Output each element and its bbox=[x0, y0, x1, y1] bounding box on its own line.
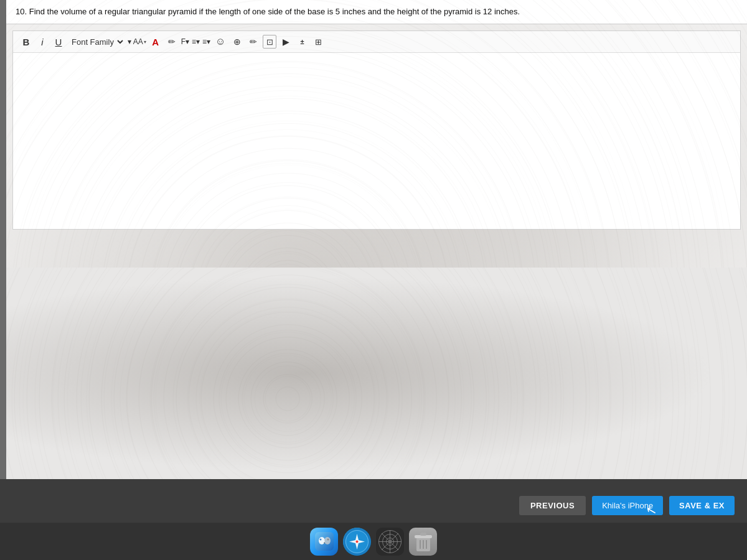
indent-label: ≡▾ bbox=[202, 37, 210, 46]
indent-dropdown[interactable]: ≡▾ bbox=[202, 37, 210, 46]
dock-safari-icon[interactable] bbox=[343, 528, 371, 556]
lower-texture bbox=[6, 268, 747, 479]
image-button[interactable]: ⊡ bbox=[263, 35, 276, 49]
question-bar: 10. Find the volume of a regular triangu… bbox=[6, 0, 747, 24]
special-char-button[interactable]: ± bbox=[295, 35, 309, 49]
svg-rect-22 bbox=[420, 533, 426, 536]
table-button[interactable]: ⊞ bbox=[311, 35, 325, 49]
svg-point-3 bbox=[319, 539, 321, 541]
editor-toolbar: B i U Font Family ▾ AA ▾ A ✏ F▾ ≡▾ ≡▾ ☺ bbox=[13, 31, 740, 53]
dock-spider-icon[interactable] bbox=[376, 528, 404, 556]
question-text: Find the volume of a regular triangular … bbox=[29, 7, 520, 16]
underline-button[interactable]: U bbox=[52, 35, 65, 49]
font-size-arrow: ▾ bbox=[144, 39, 146, 45]
list-label: ≡▾ bbox=[192, 37, 200, 46]
svg-point-9 bbox=[356, 540, 359, 543]
finder-svg bbox=[315, 532, 334, 551]
media-button[interactable]: ▶ bbox=[279, 35, 293, 49]
question-number: 10. bbox=[16, 7, 27, 16]
dock-finder-icon[interactable] bbox=[310, 528, 338, 556]
svg-point-4 bbox=[327, 539, 329, 541]
trash-svg bbox=[411, 529, 436, 554]
editor-area: B i U Font Family ▾ AA ▾ A ✏ F▾ ≡▾ ≡▾ ☺ bbox=[12, 30, 741, 230]
save-exit-button[interactable]: SAVE & EX bbox=[669, 496, 735, 515]
align-label: F▾ bbox=[181, 37, 189, 46]
dock-bar bbox=[0, 523, 747, 560]
font-family-select[interactable]: Font Family bbox=[68, 37, 125, 47]
bottom-taskbar: PREVIOUS Khila's iPhone SAVE & EX bbox=[0, 479, 747, 560]
action-buttons-row: PREVIOUS Khila's iPhone SAVE & EX bbox=[507, 488, 747, 523]
pencil-button[interactable]: ✏ bbox=[165, 35, 179, 49]
font-size-label: ▾ AA bbox=[128, 37, 143, 46]
emoji-button[interactable]: ☺ bbox=[213, 35, 228, 49]
align-dropdown[interactable]: F▾ bbox=[181, 37, 189, 46]
lower-content-area bbox=[6, 268, 747, 479]
svg-point-18 bbox=[388, 539, 392, 543]
italic-button[interactable]: i bbox=[35, 35, 49, 49]
link-button[interactable]: ⊕ bbox=[230, 35, 244, 49]
font-size-dropdown[interactable]: ▾ AA ▾ bbox=[128, 37, 146, 46]
answer-textarea[interactable] bbox=[13, 53, 740, 228]
spider-svg bbox=[376, 528, 404, 556]
safari-svg bbox=[343, 528, 371, 556]
previous-button[interactable]: PREVIOUS bbox=[519, 496, 586, 515]
svg-point-2 bbox=[324, 537, 331, 544]
list-dropdown[interactable]: ≡▾ bbox=[192, 37, 200, 46]
edit-button[interactable]: ✏ bbox=[247, 35, 260, 49]
dock-trash-icon[interactable] bbox=[409, 528, 437, 556]
bold-button[interactable]: B bbox=[19, 35, 33, 49]
font-color-button[interactable]: A bbox=[149, 35, 162, 49]
